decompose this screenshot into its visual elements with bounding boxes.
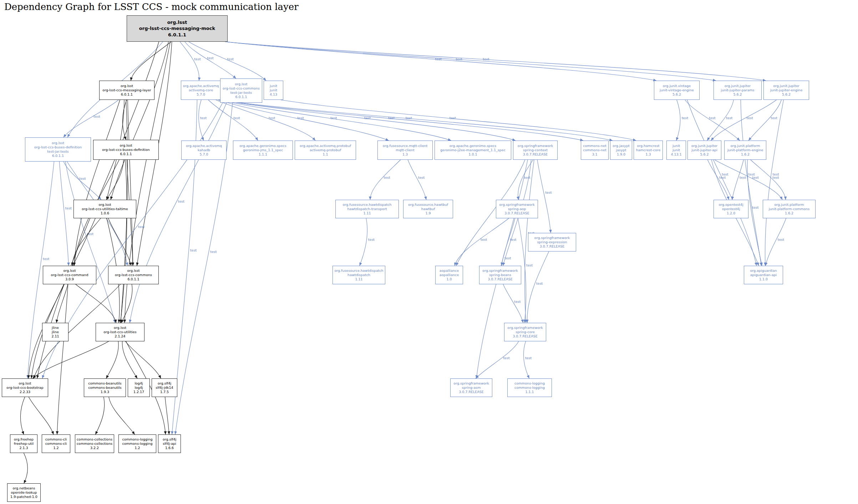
node-utils: org.lsstorg-lsst-ccs-utilities2.1.24 (96, 323, 144, 341)
node-line: org.lsst (99, 203, 111, 207)
node-line: 1.0.1 (468, 152, 477, 157)
node-line: org-lsst-ccs-utilities-taitime (82, 207, 128, 211)
node-line: spring-aop (508, 207, 526, 211)
node-ccli: commons-clicommons-cli1.2 (42, 434, 70, 453)
dependency-edge (199, 100, 204, 141)
dependency-edge (741, 100, 761, 266)
node-line: 1.9.0 (617, 152, 625, 157)
node-line: commons-logging (514, 386, 545, 390)
node-root: org.lsstorg-lsst-ccs-messaging-mock6.0.1… (127, 15, 228, 42)
node-line: junit-jupiter-params (721, 88, 755, 92)
node-sasm: org.springframeworkspring-asm3.0.7.RELEA… (450, 378, 492, 397)
node-line: org-lsst-ccs-messaging-layer (102, 88, 151, 92)
dependency-edge (503, 284, 523, 323)
node-commons: org.lsstorg-lsst-ccs-commons6.0.1.1 (108, 266, 159, 284)
dependency-edge (766, 218, 786, 266)
node-line: org.junit.vintage (663, 84, 691, 88)
node-line: log4j (134, 381, 143, 386)
edge-label-test: test (435, 57, 442, 61)
node-pcommons: org.junit.platformjunit-platform-commons… (763, 200, 816, 218)
dependency-edge (360, 218, 367, 266)
dependency-edge (189, 42, 266, 81)
dependency-graph-canvas: Dependency Graph for LSST CCS - mock com… (0, 0, 858, 504)
node-line: org.hamcrest (637, 144, 659, 148)
node-junit4131: junitjunit4.13.1 (666, 141, 686, 160)
dependency-edge (21, 397, 25, 434)
node-line: org.fusesource.hawtdispatch (334, 269, 383, 273)
edge-label-test: test (178, 199, 185, 203)
node-line: junit (270, 84, 277, 88)
node-line: commons-logging (514, 381, 545, 386)
node-freehep: org.freehepfreehep-util2.1.3 (10, 434, 37, 453)
edge-label-test: test (138, 225, 145, 229)
edge-label-test: test (481, 238, 487, 241)
node-line: org.junit.jupiter (773, 84, 799, 88)
node-line: 1.3 (402, 152, 408, 157)
node-line: org.apache.activemq.protobuf (300, 144, 351, 148)
node-line: commons-beanutils (88, 386, 121, 390)
node-line: spring-context (523, 148, 548, 152)
edge-label-test: test (368, 238, 375, 241)
node-hamcrest: org.hamcresthamcrest-core1.3 (634, 141, 663, 160)
node-line: 6.0.1.1 (52, 154, 64, 158)
node-line: org.springframework (482, 269, 518, 273)
node-sbeans: org.springframeworkspring-beans3.0.7.REL… (479, 266, 521, 284)
node-line: 1.11 (355, 277, 362, 281)
node-line: freehep-util (14, 442, 34, 446)
edge-label-test: test (536, 281, 543, 285)
edge-label-test: test (525, 356, 532, 360)
node-junit413: junitjunit4.13 (264, 81, 283, 100)
node-line: spring-beans (489, 273, 511, 277)
node-line: 1.9.3 (101, 390, 109, 394)
dependency-edge (732, 160, 743, 200)
node-line: org.junit.platform (730, 144, 760, 148)
edge-label-test: test (510, 238, 517, 241)
node-sctx: org.springframeworkspring-context3.0.7.R… (513, 141, 558, 160)
node-line: 1.2 (53, 446, 59, 450)
node-line: jline (52, 330, 59, 334)
node-line: org.freehep (14, 437, 34, 442)
node-hdispatch: org.fusesource.hawtdispatchhawtdispatch1… (332, 266, 385, 284)
node-line: org-lsst-ccs-bootstrap (6, 386, 43, 390)
node-amqcore: org.apache.activemqactivemq-core5.7.0 (181, 81, 221, 100)
node-line: org.lsst (120, 143, 132, 148)
node-line: 5.7.0 (199, 152, 208, 157)
node-line: openide-lookup (11, 490, 37, 495)
node-line: org.opentest4j (719, 203, 743, 207)
node-vintage: org.junit.vintagejunit-vintage-engine5.6… (654, 81, 700, 100)
node-line: 5.7.0 (197, 92, 205, 97)
node-gjms: org.apache.geronimo.specsgeronimo-jms_1.… (233, 141, 293, 160)
node-line: org-lsst-ccs-commons (223, 86, 260, 91)
edge-label-test: test (709, 116, 716, 120)
node-line: org.slf4j (158, 381, 171, 386)
node-line: 5.6.2 (672, 92, 681, 97)
node-japi: org.junit.jupiterjunit-jupiter-api5.6.2 (687, 141, 721, 160)
dependency-edge (74, 100, 120, 266)
edge-label-test: test (504, 256, 511, 260)
node-line: 1.0.6 (101, 211, 109, 215)
node-line: org.junit.platform (774, 203, 804, 207)
edge-label-test: test (418, 175, 425, 179)
node-clog12: commons-loggingcommons-logging1.2 (118, 434, 156, 453)
node-line: slf4j-jdk14 (156, 386, 173, 390)
edge-label-test: test (545, 190, 552, 194)
dependency-edge (748, 100, 781, 141)
dependency-edge (707, 160, 729, 200)
node-line: 4.13 (270, 92, 277, 97)
node-mlayer: org.lsstorg-lsst-ccs-messaging-layer6.0.… (99, 81, 154, 100)
dependency-edge (524, 341, 529, 378)
edge-label-test: test (682, 116, 689, 120)
node-line: org.apache.activemq (186, 144, 222, 148)
node-line: org-lsst-ccs-command (51, 273, 88, 277)
node-ccoll: commons-collectionscommons-collections3.… (75, 434, 114, 453)
node-line: org.lsst (64, 269, 76, 273)
node-line: org.springframework (453, 381, 489, 386)
node-sexpr: org.springframeworkspring-expression3.0.… (528, 233, 576, 251)
node-line: org.springframework (518, 144, 553, 148)
edge-label-test: test (752, 175, 759, 179)
node-line: hawtbuf (421, 207, 435, 211)
edge-label-test: test (190, 248, 197, 252)
node-line: apiguardian-api (750, 273, 777, 277)
edge-label-test: test (384, 175, 391, 179)
node-line: org.springframework (534, 236, 570, 240)
